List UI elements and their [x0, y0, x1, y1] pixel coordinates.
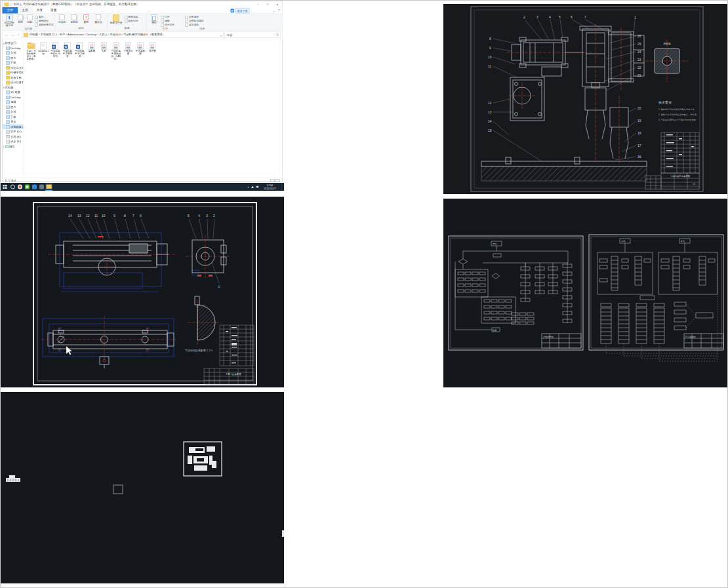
move-to-button[interactable]: 移动到: [56, 15, 68, 24]
copy-icon: [18, 15, 23, 20]
file-list: 大四上 气动机械手设计（整套图纸） snapshot.lsp 气动机械手设计 说…: [24, 39, 283, 178]
file-tile[interactable]: 大臂: [98, 42, 110, 52]
sidebar-item-music[interactable]: 音乐: [3, 119, 24, 125]
volume-tray-icon[interactable]: [256, 186, 258, 188]
file-tile[interactable]: 气动机械手设计 说明书: [50, 42, 61, 58]
file-tile[interactable]: 气动机械手 图纸全套（CAD版）: [111, 42, 122, 60]
sidebar-item-quick-access[interactable]: 快速访问: [3, 41, 24, 46]
minimize-button[interactable]: [253, 1, 263, 8]
rename-button[interactable]: 重命名: [93, 15, 104, 24]
details-view-icon[interactable]: [271, 179, 275, 182]
sidebar-item-documents[interactable]: 文档: [3, 109, 24, 115]
select-none-button[interactable]: 全部取消选择: [186, 20, 204, 23]
sidebar-item-desktop[interactable]: Desktop: [3, 95, 24, 100]
file-tile[interactable]: snapshot.lsp: [38, 42, 49, 55]
edit-button[interactable]: 编辑: [161, 20, 175, 23]
copy-button[interactable]: 复制: [16, 15, 25, 24]
sidebar-item-network[interactable]: 网络: [3, 144, 24, 149]
sidebar-item-folder[interactable]: 设计任务书PDF: [3, 80, 24, 85]
breadcrumb[interactable]: 此电脑 › 本地磁盘 (C:) › 用户 › Administrator › D…: [30, 33, 165, 37]
file-tile[interactable]: 原理图: [147, 42, 158, 52]
sidebar-item-pictures[interactable]: 图片: [3, 105, 24, 110]
search-input[interactable]: [226, 33, 276, 37]
help-icon[interactable]: ?: [278, 9, 280, 12]
start-button[interactable]: [1, 183, 9, 191]
thumbnail-view-icon[interactable]: [276, 179, 280, 182]
browser-icon: [18, 185, 22, 189]
show-desktop-button[interactable]: [281, 183, 283, 191]
sidebar-item-disk-f[interactable]: 娱乐 (F:): [3, 139, 24, 144]
properties-button[interactable]: 属性: [148, 15, 160, 25]
file-tile[interactable]: 大四上 气动机械手设计（整套图纸）: [26, 42, 37, 60]
taskbar-explorer-button[interactable]: [45, 183, 52, 191]
sidebar-item-downloads[interactable]: 下载: [3, 115, 24, 120]
sidebar-item-videos[interactable]: 视频: [3, 100, 24, 105]
copy-path-button[interactable]: 复制路径: [35, 20, 54, 23]
sidebar-item-this-pc[interactable]: 此电脑: [3, 85, 24, 90]
paste-shortcut-button[interactable]: 粘贴快捷方式: [35, 24, 54, 27]
dwg-file-icon: [125, 43, 131, 50]
netdisk-button[interactable]: 极速下载: [231, 9, 250, 13]
taskbar-search-button[interactable]: [9, 183, 16, 191]
tab-file[interactable]: 文件: [3, 7, 18, 14]
button-label: 粘贴: [26, 20, 34, 24]
item-count: 11 个项目: [5, 179, 16, 183]
svg-text:7: 7: [584, 15, 586, 19]
tab-view[interactable]: 查看: [47, 7, 61, 14]
svg-text:16: 16: [637, 155, 641, 159]
paste-button[interactable]: 粘贴: [26, 15, 34, 24]
sidebar-item-disk-d[interactable]: 软件 (D:): [3, 129, 24, 134]
sidebar-item-documents[interactable]: 文档: [3, 50, 24, 56]
sidebar-item-downloads[interactable]: 下载: [3, 60, 24, 66]
file-tile[interactable]: 装配图: [87, 42, 98, 52]
easy-access-button[interactable]: 轻松访问: [125, 20, 138, 23]
clipboard-small-items: 剪切 复制路径 粘贴快捷方式: [35, 15, 54, 27]
new-item-button[interactable]: 新建项目: [125, 16, 138, 19]
tab-home[interactable]: 主页: [18, 7, 33, 14]
button-label: 全部选择: [189, 16, 199, 19]
cut-button[interactable]: 剪切: [35, 16, 54, 19]
maximize-button[interactable]: [263, 1, 273, 8]
file-tile[interactable]: 气动机械手 开题报告: [62, 42, 73, 58]
chevron-down-icon[interactable]: [10, 1, 12, 7]
new-folder-button[interactable]: 新建文件夹: [109, 15, 124, 25]
back-icon[interactable]: ←: [5, 33, 9, 37]
sidebar-item-pictures[interactable]: 图片: [3, 56, 24, 61]
tray-chevron-icon[interactable]: ∧: [247, 186, 249, 189]
sidebar-item-folder[interactable]: 参考文献: [3, 75, 24, 81]
taskbar-qq-button[interactable]: [31, 183, 38, 191]
sidebar-item-folder[interactable]: 毕业论文终稿: [3, 66, 24, 71]
up-icon[interactable]: ↑: [16, 33, 21, 37]
ribbon-collapse-icon[interactable]: ⌄: [272, 9, 275, 12]
window-controls: [253, 1, 283, 8]
tab-share[interactable]: 共享: [33, 7, 47, 14]
forward-icon[interactable]: →: [10, 33, 15, 37]
taskbar-browser-button[interactable]: [16, 183, 24, 191]
pin-quick-access-button[interactable]: 固定到快速访问: [4, 15, 16, 28]
sidebar-item-3d-objects[interactable]: 3D 对象: [3, 90, 24, 95]
open-button[interactable]: 打开: [161, 16, 175, 19]
taskbar-app-button[interactable]: [38, 183, 45, 191]
downloads-icon: [7, 61, 10, 64]
network-tray-icon[interactable]: [251, 186, 254, 188]
file-tile[interactable]: 手爪装配图: [135, 42, 146, 55]
file-tile[interactable]: 气动机械手 外文翻译: [74, 42, 85, 58]
svg-text:开始: 开始: [493, 243, 497, 245]
address-dropdown-icon[interactable]: [220, 32, 222, 38]
taskbar-clock[interactable]: 17:06 2021/11/27: [260, 184, 279, 190]
close-button[interactable]: [273, 1, 283, 8]
sidebar-item-folder[interactable]: 机械手图纸资料: [3, 70, 24, 75]
sidebar-item-local-disk-c[interactable]: 本地磁盘 (C:): [3, 125, 24, 130]
copy-to-button[interactable]: 复制到: [69, 15, 80, 24]
sidebar-item-label: 图片: [10, 105, 16, 109]
delete-button[interactable]: 删除: [81, 15, 92, 24]
address-box[interactable]: 此电脑 › 本地磁盘 (C:) › 用户 › Administrator › D…: [22, 31, 224, 38]
taskbar: ∧ 17:06 2021/11/27: [1, 183, 284, 191]
svg-text:19: 19: [637, 119, 641, 123]
file-tile[interactable]: 小臂零件图: [123, 42, 134, 55]
sidebar-item-disk-e[interactable]: 文档 (E:): [3, 134, 24, 140]
select-all-button[interactable]: 全部选择: [186, 16, 204, 19]
taskbar-wechat-button[interactable]: [24, 183, 31, 191]
sidebar-item-label: 设计任务书PDF: [10, 81, 24, 85]
sidebar-item-desktop[interactable]: Desktop: [3, 46, 24, 51]
